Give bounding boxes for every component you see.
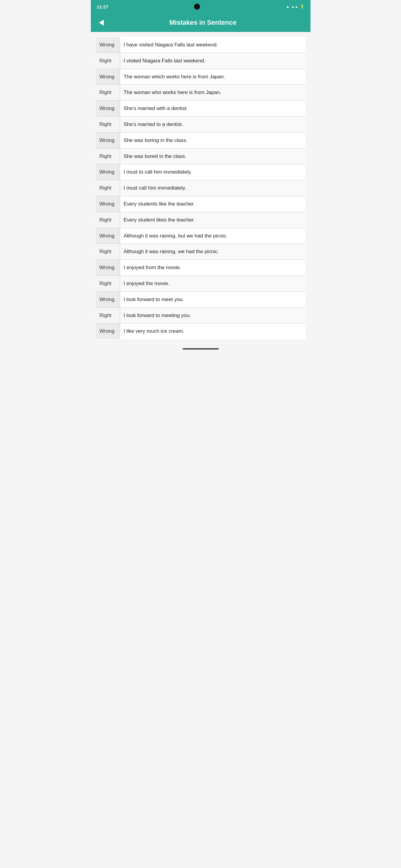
back-button[interactable] <box>96 17 107 28</box>
table-row: RightI enjoyed the movie. <box>96 276 305 291</box>
status-time: 11:27 <box>97 4 108 9</box>
status-icons: ▲ ▲▲ 🔋 <box>286 4 305 9</box>
table-row: WrongShe was boring in the class. <box>96 132 305 148</box>
wrong-label: Wrong <box>96 164 120 180</box>
sentence-text: She's married with a dentist. <box>120 101 305 117</box>
table-row: WrongThe woman which works here is from … <box>96 69 305 85</box>
sentence-text: She was bored in the class. <box>120 148 305 164</box>
table-row: WrongI have visited Niagara Falls last w… <box>96 37 305 53</box>
table-row: RightI look forward to meeting you. <box>96 307 305 323</box>
sentence-text: The woman which works here is from Japan… <box>120 69 305 85</box>
table-row: RightShe's married to a dentist. <box>96 116 305 132</box>
table-row: WrongI enjoyed from the movie. <box>96 260 305 276</box>
right-label: Right <box>96 212 120 228</box>
sentence-text: Although it was raining, but we had the … <box>120 228 305 244</box>
sentence-text: She was boring in the class. <box>120 132 305 148</box>
wrong-label: Wrong <box>96 37 120 53</box>
sentence-text: I look forward to meet you. <box>120 291 305 307</box>
sentence-text: I like very much ice cream. <box>120 323 305 339</box>
wrong-label: Wrong <box>96 291 120 307</box>
right-label: Right <box>96 148 120 164</box>
home-indicator <box>182 348 219 350</box>
table-row: RightEvery student likes the teacher. <box>96 212 305 228</box>
table-row: WrongEvery students like the teacher. <box>96 196 305 212</box>
table-row: RightI visited Niagara Falls last weeken… <box>96 53 305 69</box>
table-row: RightAlthough it was raining, we had the… <box>96 244 305 260</box>
sentences-table: WrongI have visited Niagara Falls last w… <box>96 37 306 339</box>
sentence-text: Every students like the teacher. <box>120 196 305 212</box>
wrong-label: Wrong <box>96 132 120 148</box>
table-row: RightI must call him immediately. <box>96 180 305 196</box>
wrong-label: Wrong <box>96 69 120 85</box>
signal-icon: ▲▲ <box>291 4 298 9</box>
table-row: RightThe woman who works here is from Ja… <box>96 85 305 101</box>
wrong-label: Wrong <box>96 323 120 339</box>
sentence-text: Every student likes the teacher. <box>120 212 305 228</box>
sentence-text: The woman who works here is from Japan. <box>120 85 305 101</box>
table-row: RightShe was bored in the class. <box>96 148 305 164</box>
main-content: WrongI have visited Niagara Falls last w… <box>91 32 311 344</box>
sentence-text: I have visited Niagara Falls last weeken… <box>120 37 305 53</box>
table-row: WrongI look forward to meet you. <box>96 291 305 307</box>
sentence-text: I visited Niagara Falls last weekend. <box>120 53 305 69</box>
sentence-text: She's married to a dentist. <box>120 116 305 132</box>
table-row: WrongShe's married with a dentist. <box>96 101 305 117</box>
right-label: Right <box>96 85 120 101</box>
camera-notch <box>193 3 201 10</box>
right-label: Right <box>96 53 120 69</box>
table-row: WrongI must to call him immediately. <box>96 164 305 180</box>
table-row: WrongI like very much ice cream. <box>96 323 305 339</box>
sentence-text: I look forward to meeting you. <box>120 307 305 323</box>
battery-icon: 🔋 <box>300 4 305 9</box>
wrong-label: Wrong <box>96 228 120 244</box>
table-row: WrongAlthough it was raining, but we had… <box>96 228 305 244</box>
wrong-label: Wrong <box>96 260 120 276</box>
wrong-label: Wrong <box>96 196 120 212</box>
back-arrow-icon <box>99 20 104 26</box>
right-label: Right <box>96 307 120 323</box>
page-title: Mistakes in Sentence <box>112 19 294 27</box>
sentence-text: I must to call him immediately. <box>120 164 305 180</box>
sentence-text: I enjoyed from the movie. <box>120 260 305 276</box>
sentence-text: I enjoyed the movie. <box>120 276 305 291</box>
bottom-bar <box>91 344 311 353</box>
wifi-icon: ▲ <box>286 4 290 9</box>
right-label: Right <box>96 180 120 196</box>
sentence-text: I must call him immediately. <box>120 180 305 196</box>
toolbar: Mistakes in Sentence <box>91 13 311 32</box>
right-label: Right <box>96 116 120 132</box>
right-label: Right <box>96 244 120 260</box>
status-bar: 11:27 ▲ ▲▲ 🔋 <box>91 0 311 13</box>
right-label: Right <box>96 276 120 291</box>
sentence-text: Although it was raining, we had the picn… <box>120 244 305 260</box>
wrong-label: Wrong <box>96 101 120 117</box>
